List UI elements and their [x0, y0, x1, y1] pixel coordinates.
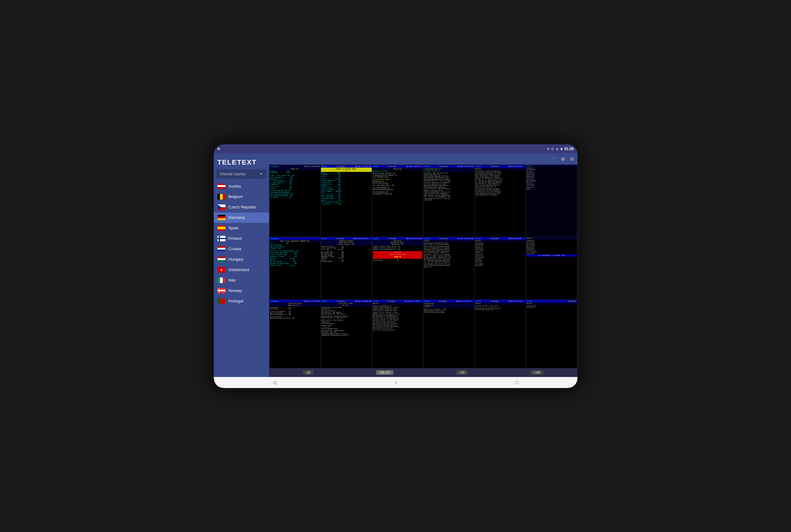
teletext-cell-9[interactable]: 110/01 ProSieben 06.04.15 22:19:04 Übers…: [372, 237, 423, 300]
teletext-cell-10[interactable]: 113/01 ProSieben 06.04.15 16:55:33 Aktue…: [424, 237, 474, 300]
flag-norway: [218, 288, 225, 293]
country-name-czech: Czech Republic: [228, 205, 257, 209]
page-plus100-button[interactable]: +100: [531, 370, 544, 375]
teletext-grid: ProSieben 06.04.15 09:03:05 Index Q-T Al…: [269, 165, 577, 368]
teletext-cell-1[interactable]: ProSieben 06.04.15 09:03:05 Index Q-T Al…: [270, 165, 320, 237]
status-bar: ⊘ ◷ ▲ ▮ 01:29: [214, 144, 577, 153]
flag-czech: [218, 205, 225, 210]
country-selector-label: Choose country: [220, 172, 246, 176]
sidebar-item-austria[interactable]: Austria: [214, 181, 269, 192]
sidebar-item-czech[interactable]: Czech Republic: [214, 202, 269, 212]
page-plus10-button[interactable]: +10: [456, 370, 467, 375]
dropdown-arrow-icon: ▼: [260, 172, 263, 176]
teletext-cell-14[interactable]: 108/01 ProSieben 06.04.15 09:03:00 Job, …: [321, 300, 372, 367]
teletext-cell-15[interactable]: 111/01 ProSieben 06.04.15 17:44:0... Akt…: [372, 300, 423, 367]
teletext-cell-6[interactable]: Aktuell Islamistis- chen Bostpar die Hos…: [526, 165, 577, 237]
add-icon[interactable]: ⊕: [561, 156, 565, 162]
battery-icon: ▮: [560, 147, 563, 150]
home-button[interactable]: ○: [388, 379, 404, 386]
page-range-button[interactable]: 100-117: [376, 370, 393, 375]
wifi-icon: ▲: [556, 147, 559, 150]
app-logo: TELETEXT: [214, 153, 269, 169]
sidebar-item-croatia[interactable]: Croatia: [214, 244, 269, 254]
flag-portugal: [218, 298, 225, 304]
teletext-cell-18[interactable]: 117/01 ProSieben Aktuell Islamistische S…: [526, 300, 577, 367]
main-content: TELETEXT Choose country ▼ Austria: [214, 153, 577, 377]
time-display: 01:29: [564, 147, 574, 151]
flag-italy: [218, 278, 225, 283]
sidebar: TELETEXT Choose country ▼ Austria: [214, 153, 269, 377]
sidebar-item-hungary[interactable]: Hungary: [214, 254, 269, 265]
flag-belgium: [218, 194, 225, 200]
status-left: [218, 148, 220, 150]
country-name-croatia: Croatia: [228, 247, 241, 251]
alarm-icon: ⊘: [547, 147, 549, 150]
flag-austria: [218, 184, 225, 189]
sidebar-item-spain[interactable]: Spain: [214, 223, 269, 233]
country-name-italy: Italy: [228, 278, 236, 282]
country-name-germany: Germany: [228, 215, 245, 220]
clock-icon: ◷: [551, 147, 554, 150]
device-frame: ⊘ ◷ ▲ ▮ 01:29 TELETEXT Choose country ▼: [211, 142, 580, 391]
sidebar-item-finland[interactable]: Finland: [214, 233, 269, 244]
status-right: ⊘ ◷ ▲ ▮ 01:29: [547, 147, 574, 151]
teletext-cell-11[interactable]: 110/01 ProSieben 06.04.15 16:55:... Aktu…: [475, 237, 526, 300]
sidebar-item-italy[interactable]: Italy: [214, 275, 269, 285]
teletext-cell-5[interactable]: 115/01 ProSieben 06.04.15 16:55:... Aktu…: [475, 165, 526, 237]
country-name-spain: Spain: [228, 226, 239, 230]
teletext-cell-16[interactable]: 111/01 ProSieben 06.04.15 13:13:4... Fin…: [424, 300, 474, 367]
top-toolbar: ♡ ⊕ ⊖: [269, 153, 577, 165]
teletext-cell-12[interactable]: Aktuell Islamistis- chen Syrien den Bost…: [526, 237, 577, 300]
flag-germany: [218, 215, 225, 221]
page-controls: -10 100-117 +10 +100: [269, 368, 577, 377]
country-name-finland: Finland: [228, 236, 242, 241]
flag-hungary: [218, 256, 225, 262]
country-name-austria: Austria: [228, 184, 241, 189]
screen: ⊘ ◷ ▲ ▮ 01:29 TELETEXT Choose country ▼: [214, 144, 577, 388]
teletext-cell-7[interactable]: ProSieben Best-Trip+ Zahncheck 199EUR 51…: [270, 237, 320, 300]
flag-finland: [218, 236, 225, 241]
nav-bar: ◁ ○ □: [214, 377, 577, 388]
right-panel: ♡ ⊕ ⊖ ProSieben 06.04.15 09:03:05 Index …: [269, 153, 577, 377]
country-name-belgium: Belgium: [228, 194, 243, 199]
teletext-cell-17[interactable]: 117/01 ProSieben 06.04.15 13:13:... Aktu…: [475, 300, 526, 367]
teletext-cell-2[interactable]: 106/01 ProSieben 06.04.15 13:16:33 Singl…: [321, 165, 372, 237]
country-selector[interactable]: Choose country ▼: [216, 169, 266, 179]
country-name-portugal: Portugal: [228, 299, 243, 303]
status-dot: [218, 148, 220, 150]
country-name-norway: Norway: [228, 288, 242, 293]
heart-icon[interactable]: ♡: [552, 156, 556, 162]
teletext-cell-3[interactable]: 109/01 ProSieben 06.04.15 08:37:11 Impre…: [372, 165, 423, 237]
sidebar-item-portugal[interactable]: Portugal: [214, 296, 269, 306]
flag-croatia: [218, 246, 225, 252]
country-name-switzerland: Switzerland: [228, 267, 249, 272]
minus-icon[interactable]: ⊖: [570, 156, 574, 162]
back-button[interactable]: ◁: [266, 378, 282, 386]
teletext-cell-8[interactable]: 107/01 ProSieben 06.04.15 04:18:3... Sin…: [321, 237, 372, 300]
country-name-hungary: Hungary: [228, 257, 244, 262]
sidebar-item-switzerland[interactable]: Switzerland: [214, 265, 269, 275]
country-list: Austria Belgium: [214, 181, 269, 377]
page-minus10-button[interactable]: -10: [303, 370, 313, 375]
teletext-cell-4[interactable]: 117/01 ProSieben 06.04.15 20:22:52 ⚙ Spi…: [424, 165, 474, 237]
sidebar-item-belgium[interactable]: Belgium: [214, 192, 269, 202]
sidebar-item-norway[interactable]: Norway: [214, 285, 269, 296]
flag-spain: [218, 225, 225, 231]
sidebar-item-germany[interactable]: Germany: [214, 212, 269, 223]
flag-switzerland: [218, 267, 225, 272]
recent-button[interactable]: □: [509, 379, 525, 386]
teletext-cell-13[interactable]: ProSieben 06.04.15 17:11:46 Singles In D…: [270, 300, 320, 367]
